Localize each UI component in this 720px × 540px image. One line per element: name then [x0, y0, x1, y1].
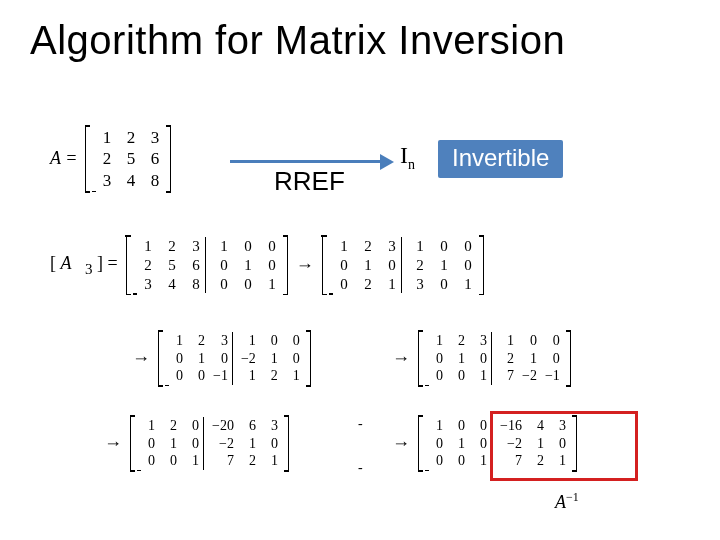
label-aug-AI3: [ A 3 ] =	[50, 253, 118, 278]
aug-row-2b: → 100−1643 010−210 001721	[388, 415, 577, 472]
label-I-n: In	[400, 142, 415, 173]
aug-row-1: → 123100 010−210 00−1121	[128, 330, 311, 387]
matrix-A: 123 256 348	[85, 125, 171, 193]
matrix-aug1: 123100 010210 021301	[322, 235, 484, 295]
matrix-aug0: 123100 256010 348001	[126, 235, 288, 295]
flow-arrow-head-icon	[380, 154, 394, 170]
matrix-aug2: 123100 010−210 00−1121	[158, 330, 311, 387]
label-rref: RREF	[274, 166, 345, 197]
flow-row: RREF In Invertible	[230, 132, 650, 192]
matrix-aug3: 123100 010210 0017−2−1	[418, 330, 571, 387]
eq-A: A = 123 256 348	[50, 125, 171, 193]
aug-row-0: [ A 3 ] = 123100 256010 348001 → 123100 …	[50, 235, 484, 295]
aug-row-2: → 120−2063 010−210 001721	[100, 415, 289, 472]
label-A-inverse: A−1	[555, 490, 579, 513]
aug-row-1b: → 123100 010210 0017−2−1	[388, 330, 571, 387]
slide-title: Algorithm for Matrix Inversion	[30, 18, 565, 63]
label-A-equals: A =	[50, 148, 77, 169]
arrow-icon: →	[296, 255, 314, 276]
tiny-mark-bot: -	[358, 460, 363, 476]
matrix-aug5-final: 100−1643 010−210 001721	[418, 415, 577, 472]
arrow-icon: →	[392, 348, 410, 369]
matrix-aug4: 120−2063 010−210 001721	[130, 415, 289, 472]
slide: Algorithm for Matrix Inversion A = 123 2…	[0, 0, 720, 540]
arrow-icon: →	[132, 348, 150, 369]
flow-arrow-shaft	[230, 160, 380, 163]
arrow-icon: →	[104, 433, 122, 454]
arrow-icon: →	[392, 433, 410, 454]
badge-invertible: Invertible	[438, 140, 563, 178]
tiny-mark-top: -	[358, 416, 363, 432]
